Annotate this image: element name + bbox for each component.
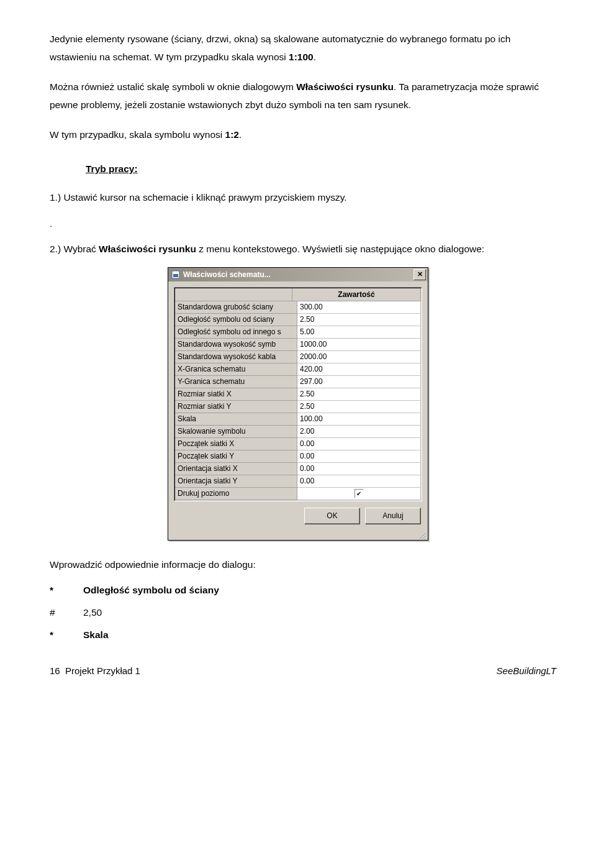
property-row: Standardowa wysokość kabla2000.00 <box>175 351 421 363</box>
step-2: 2.) Wybrać Właściwości rysunku z menu ko… <box>50 240 556 258</box>
definition-label: Odległość symbolu od ściany <box>83 585 556 596</box>
grid-header: Zawartość <box>175 288 421 301</box>
property-label: Skalowanie symbolu <box>175 426 297 438</box>
property-value[interactable]: 2.50 <box>297 401 421 413</box>
property-label: Orientacja siatki Y <box>175 475 297 488</box>
property-label: Standardowa wysokość symb <box>175 339 297 351</box>
text-bold: Właściwości rysunku <box>296 81 394 92</box>
close-button[interactable]: ✕ <box>413 269 426 280</box>
property-value[interactable]: 297.00 <box>297 376 421 388</box>
text: 2.) Wybrać <box>50 244 99 254</box>
svg-rect-1 <box>173 274 178 277</box>
text: Można również ustalić skalę symboli w ok… <box>50 81 296 92</box>
property-label: Drukuj poziomo <box>175 488 297 500</box>
property-row: Orientacja siatki Y0.00 <box>175 475 421 488</box>
text-bold: Właściwości rysunku <box>99 244 196 254</box>
property-value[interactable]: 300.00 <box>297 301 421 314</box>
property-label: Standardowa grubość ściany <box>175 301 297 314</box>
after-dialog-text: Wprowadzić odpowiednie informacje do dia… <box>50 555 556 573</box>
property-label: Rozmiar siatki Y <box>175 401 297 413</box>
property-value[interactable]: 420.00 <box>297 363 421 376</box>
property-row: Rozmiar siatki Y2.50 <box>175 401 421 413</box>
property-row: Rozmiar siatki X2.50 <box>175 388 421 401</box>
heading-text: Tryb pracy: <box>86 163 138 174</box>
definition-value: 2,50 <box>83 607 556 618</box>
resize-grip-icon[interactable] <box>168 531 428 540</box>
property-label: Orientacja siatki X <box>175 463 297 475</box>
property-label: Skala <box>175 413 297 426</box>
property-row: Odległość symbolu od innego s5.00 <box>175 326 421 339</box>
step-1: 1.) Ustawić kursor na schemacie i klikną… <box>50 188 556 206</box>
dialog-titlebar[interactable]: Właściwości schematu... ✕ <box>168 268 428 281</box>
bullet-mark: # <box>50 607 83 618</box>
property-row: Y-Granica schematu297.00 <box>175 376 421 388</box>
property-label: Początek siatki X <box>175 438 297 450</box>
property-row: Standardowa grubość ściany300.00 <box>175 301 421 314</box>
property-value[interactable]: 1000.00 <box>297 339 421 351</box>
paragraph-3: W tym przypadku, skala symbolu wynosi 1:… <box>50 126 556 144</box>
text: Jedynie elementy rysowane (ściany, drzwi… <box>50 34 510 62</box>
page-number: 16 <box>50 665 60 676</box>
property-row: Standardowa wysokość symb1000.00 <box>175 339 421 351</box>
property-row: Początek siatki X0.00 <box>175 438 421 450</box>
close-icon: ✕ <box>417 270 423 278</box>
step-dot: . <box>50 214 556 232</box>
definition-row: * Odległość symbolu od ściany <box>50 585 556 596</box>
property-label: Odległość symbolu od ściany <box>175 314 297 326</box>
property-value[interactable]: 0.00 <box>297 438 421 450</box>
paragraph-2: Można również ustalić skalę symboli w ok… <box>50 78 556 114</box>
footer-left: 16 Projekt Przykład 1 <box>50 665 140 676</box>
property-label: Y-Granica schematu <box>175 376 297 388</box>
property-label: Początek siatki Y <box>175 450 297 463</box>
property-row: Skalowanie symbolu2.00 <box>175 426 421 438</box>
property-value[interactable]: 5.00 <box>297 326 421 339</box>
definition-row: * Skala <box>50 629 556 641</box>
bullet-mark: * <box>50 585 83 596</box>
property-label: Standardowa wysokość kabla <box>175 351 297 363</box>
text: z menu kontekstowego. Wyświetli się nast… <box>196 244 484 254</box>
text-bold: 1:100 <box>289 52 314 62</box>
property-checkbox[interactable]: ✔ <box>297 488 421 500</box>
page-footer: 16 Projekt Przykład 1 SeeBuildingLT <box>50 665 556 676</box>
property-row: Początek siatki Y0.00 <box>175 450 421 463</box>
properties-dialog: Właściwości schematu... ✕ Zawartość Stan… <box>168 267 428 541</box>
property-value[interactable]: 2.50 <box>297 314 421 326</box>
cancel-button[interactable]: Anuluj <box>365 508 421 524</box>
property-row: Drukuj poziomo✔ <box>175 488 421 500</box>
property-value[interactable]: 2.00 <box>297 426 421 438</box>
definition-row: # 2,50 <box>50 607 556 618</box>
work-mode-heading: Tryb pracy: <box>86 163 556 175</box>
property-label: X-Granica schematu <box>175 363 297 376</box>
ok-button[interactable]: OK <box>304 508 360 524</box>
property-value[interactable]: 0.00 <box>297 450 421 463</box>
text: . <box>314 52 316 62</box>
text: . <box>239 129 242 140</box>
property-value[interactable]: 2000.00 <box>297 351 421 363</box>
property-value[interactable]: 2.50 <box>297 388 421 401</box>
property-value[interactable]: 0.00 <box>297 475 421 488</box>
dialog-title: Właściwości schematu... <box>183 270 413 279</box>
footer-title: Projekt Przykład 1 <box>65 665 140 676</box>
bullet-mark: * <box>50 629 83 641</box>
property-value[interactable]: 0.00 <box>297 463 421 475</box>
app-icon <box>171 270 181 280</box>
svg-line-7 <box>425 539 426 539</box>
header-cell: Zawartość <box>292 288 421 301</box>
property-row: X-Granica schematu420.00 <box>175 363 421 376</box>
checkbox-icon[interactable]: ✔ <box>354 489 364 498</box>
paragraph-1: Jedynie elementy rysowane (ściany, drzwi… <box>50 30 556 66</box>
property-row: Skala100.00 <box>175 413 421 426</box>
property-label: Odległość symbolu od innego s <box>175 326 297 339</box>
definition-label: Skala <box>83 629 556 641</box>
property-value[interactable]: 100.00 <box>297 413 421 426</box>
text-bold: 1:2 <box>225 129 239 140</box>
property-row: Odległość symbolu od ściany2.50 <box>175 314 421 326</box>
property-row: Orientacja siatki X0.00 <box>175 463 421 475</box>
property-grid: Standardowa grubość ściany300.00Odległoś… <box>175 301 421 500</box>
footer-right: SeeBuildingLT <box>497 665 556 676</box>
property-label: Rozmiar siatki X <box>175 388 297 401</box>
text: W tym przypadku, skala symbolu wynosi <box>50 129 225 140</box>
